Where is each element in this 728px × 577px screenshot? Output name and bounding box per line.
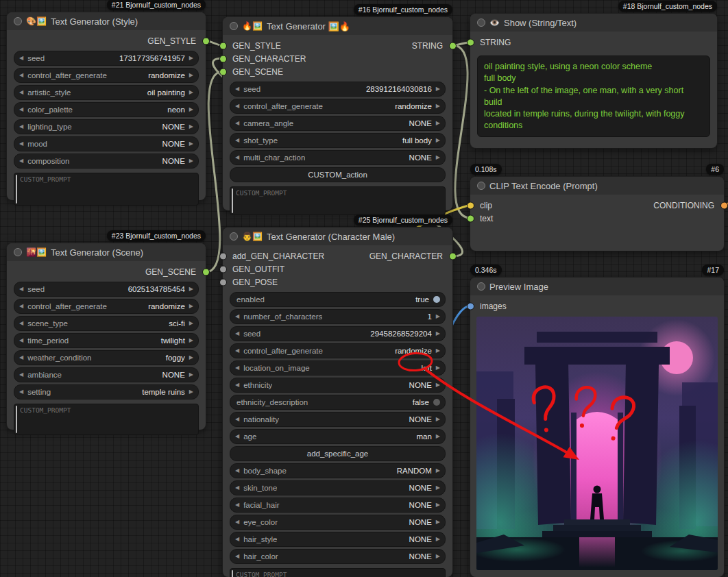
arrow-left-icon[interactable]: ◀ [235,537,239,542]
node-header[interactable]: Preview Image [470,278,724,295]
arrow-right-icon[interactable]: ▶ [436,155,440,160]
arrow-right-icon[interactable]: ▶ [189,372,193,378]
widget-control-after-generate[interactable]: ◀ control_after_generate randomize ▶ [14,68,199,83]
widget-artistic-style[interactable]: ◀ artistic_style oil painting ▶ [14,85,199,100]
arrow-left-icon[interactable]: ◀ [235,434,239,439]
node-text-generator-main[interactable]: #16 Bjornulf_custom_nodes 🔥🖼️ Text Gener… [223,17,452,210]
widget-control-after-generate[interactable]: ◀ control_after_generate randomize ▶ [14,299,199,314]
widget-custom-action-button[interactable]: CUSTOM_action [230,167,446,182]
collapse-dot-icon[interactable] [477,182,485,190]
output-dot-gen-character[interactable] [449,252,457,260]
widget-lighting-type[interactable]: ◀ lighting_type NONE ▶ [14,119,199,134]
collapse-dot-icon[interactable] [14,17,22,25]
widget-multi-char-action[interactable]: ◀ multi_char_action NONE ▶ [230,150,446,165]
widget-ambiance[interactable]: ◀ ambiance NONE ▶ [14,367,199,382]
widget-scene-type[interactable]: ◀ scene_type sci-fi ▶ [14,316,199,331]
widget-number-of-characters[interactable]: ◀ number_of_characters 1 ▶ [230,309,446,324]
widget-enabled-toggle[interactable]: enabled true [230,292,446,307]
arrow-left-icon[interactable]: ◀ [235,519,239,525]
arrow-right-icon[interactable]: ▶ [436,86,440,92]
widget-eye-color[interactable]: ◀ eye_color NONE ▶ [230,515,446,530]
output-dot-conditioning[interactable] [720,201,728,209]
node-header[interactable]: 🌇🖼️ Text Generator (Scene) [7,243,206,261]
arrow-right-icon[interactable]: ▶ [189,286,193,292]
arrow-right-icon[interactable]: ▶ [436,382,440,388]
arrow-left-icon[interactable]: ◀ [19,338,23,343]
input-dot-clip[interactable] [467,201,474,209]
widget-camera-angle[interactable]: ◀ camera_angle NONE ▶ [230,116,446,131]
input-dot-gen-character[interactable] [219,55,227,62]
widget-nationality[interactable]: ◀ nationality NONE ▶ [230,412,446,427]
widget-color-palette[interactable]: ◀ color_palette neon ▶ [14,102,199,117]
arrow-right-icon[interactable]: ▶ [189,90,193,95]
arrow-right-icon[interactable]: ▶ [436,554,440,559]
arrow-left-icon[interactable]: ◀ [235,331,239,336]
arrow-right-icon[interactable]: ▶ [436,348,440,354]
custom-prompt-textarea[interactable]: CUSTOM_PROMPT [230,568,446,577]
widget-time-period[interactable]: ◀ time_period twilight ▶ [14,333,199,348]
node-clip-text-encode[interactable]: 0.108s #6 CLIP Text Encode (Prompt) clip… [470,177,724,251]
widget-shot-type[interactable]: ◀ shot_type full body ▶ [230,133,446,148]
widget-composition[interactable]: ◀ composition NONE ▶ [14,154,199,169]
toggle-knob-icon[interactable] [433,296,440,303]
widget-facial-hair[interactable]: ◀ facial_hair NONE ▶ [230,498,446,513]
widget-control-after-generate[interactable]: ◀ control_after_generate randomize ▶ [230,343,446,358]
arrow-left-icon[interactable]: ◀ [19,124,23,130]
node-header[interactable]: 🔥🖼️ Text Generator 🖼️🔥 [223,17,452,35]
widget-ethnicity-description-toggle[interactable]: ethnicity_description false [230,395,446,410]
arrow-left-icon[interactable]: ◀ [235,365,239,371]
show-text-output[interactable]: oil painting style, using a neon color s… [477,56,710,137]
arrow-left-icon[interactable]: ◀ [19,286,23,292]
arrow-right-icon[interactable]: ▶ [189,107,193,112]
arrow-right-icon[interactable]: ▶ [189,321,193,326]
widget-seed[interactable]: ◀ seed 173177356741957 ▶ [14,51,199,66]
collapse-dot-icon[interactable] [477,19,485,27]
arrow-left-icon[interactable]: ◀ [19,372,23,378]
arrow-right-icon[interactable]: ▶ [189,141,193,147]
input-dot-gen-pose[interactable] [219,278,227,286]
arrow-left-icon[interactable]: ◀ [19,321,23,326]
input-dot-images[interactable] [467,302,474,310]
preview-image[interactable] [476,317,718,570]
widget-weather-condition[interactable]: ◀ weather_condition foggy ▶ [14,350,199,365]
arrow-right-icon[interactable]: ▶ [436,502,440,508]
output-dot-gen-scene[interactable] [202,268,210,275]
arrow-left-icon[interactable]: ◀ [19,355,23,360]
node-canvas[interactable]: #21 Bjornulf_custom_nodes 🎨🖼️ Text Gener… [0,0,728,577]
output-dot-string[interactable] [449,42,457,49]
arrow-right-icon[interactable]: ▶ [189,124,193,130]
arrow-right-icon[interactable]: ▶ [189,56,193,61]
widget-setting[interactable]: ◀ setting temple ruins ▶ [14,384,199,400]
arrow-right-icon[interactable]: ▶ [436,138,440,143]
widget-location-on-image[interactable]: ◀ location_on_image left ▶ [230,360,446,376]
arrow-right-icon[interactable]: ▶ [436,519,440,525]
arrow-left-icon[interactable]: ◀ [19,56,23,61]
arrow-right-icon[interactable]: ▶ [436,468,440,474]
arrow-left-icon[interactable]: ◀ [235,485,239,491]
node-show-string-text[interactable]: #18 Bjornulf_custom_nodes 👁️ Show (Strin… [470,14,717,148]
arrow-left-icon[interactable]: ◀ [235,468,239,474]
node-header[interactable]: CLIP Text Encode (Prompt) [470,177,724,195]
arrow-left-icon[interactable]: ◀ [235,86,239,92]
arrow-left-icon[interactable]: ◀ [235,554,239,559]
arrow-right-icon[interactable]: ▶ [436,417,440,422]
arrow-right-icon[interactable]: ▶ [436,331,440,336]
widget-seed[interactable]: ◀ seed 283912164030816 ▶ [230,82,446,97]
input-dot-text[interactable] [467,214,474,222]
widget-ethnicity[interactable]: ◀ ethnicity NONE ▶ [230,378,446,393]
arrow-right-icon[interactable]: ▶ [189,355,193,360]
widget-body-shape[interactable]: ◀ body_shape RANDOM ▶ [230,463,446,478]
arrow-left-icon[interactable]: ◀ [19,107,23,112]
arrow-left-icon[interactable]: ◀ [19,304,23,309]
widget-seed[interactable]: ◀ seed 6025134785454 ▶ [14,282,199,297]
input-dot-gen-outfit[interactable] [219,265,227,273]
arrow-right-icon[interactable]: ▶ [436,434,440,439]
widget-control-after-generate[interactable]: ◀ control_after_generate randomize ▶ [230,99,446,114]
node-preview-image[interactable]: 0.346s #17 Preview Image images [470,278,724,577]
widget-skin-tone[interactable]: ◀ skin_tone NONE ▶ [230,480,446,495]
input-dot-string[interactable] [467,38,474,46]
node-header[interactable]: 🎨🖼️ Text Generator (Style) [7,12,206,30]
arrow-left-icon[interactable]: ◀ [235,348,239,354]
widget-mood[interactable]: ◀ mood NONE ▶ [14,136,199,151]
custom-prompt-textarea[interactable]: CUSTOM_PROMPT [230,186,446,215]
